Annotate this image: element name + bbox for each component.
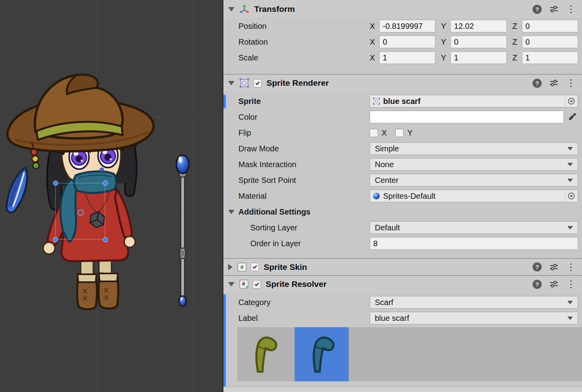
grid-line [193, 0, 194, 392]
selection-handle[interactable] [103, 181, 108, 186]
material-row: Material Sprites-Default [223, 188, 582, 204]
kebab-menu-icon[interactable]: ⋮ [566, 262, 576, 272]
foldout-down-icon[interactable] [228, 7, 234, 11]
scale-label: Scale [238, 53, 370, 62]
flip-label: Flip [238, 128, 370, 138]
mask-interaction-dropdown[interactable]: None [370, 158, 578, 171]
selection-handle[interactable] [103, 237, 108, 242]
kebab-menu-icon[interactable]: ⋮ [566, 78, 576, 88]
sorting-layer-value: Default [375, 223, 400, 232]
scale-x-input[interactable] [379, 51, 435, 64]
help-icon[interactable]: ? [533, 262, 542, 271]
script-hash-glyph: # [242, 281, 245, 287]
inspector-panel: Transform ? ⋮ Position X Y Z Rotation X … [223, 0, 582, 392]
plus-badge-glyph: + [245, 284, 248, 289]
rotation-x-input[interactable] [379, 36, 435, 48]
position-z-input[interactable] [522, 20, 578, 32]
chevron-down-icon [567, 179, 573, 182]
transform-icon [239, 4, 249, 14]
rotation-fields: X Y Z [370, 36, 578, 48]
category-dropdown[interactable]: Scarf [370, 296, 578, 309]
foldout-right-icon[interactable] [228, 264, 232, 270]
sprite-pivot-dot[interactable] [100, 168, 104, 172]
kebab-menu-icon[interactable]: ⋮ [566, 4, 576, 14]
script-hash-glyph: # [240, 264, 244, 270]
mask-interaction-row: Mask Interaction None [223, 156, 582, 172]
material-object-field[interactable]: Sprites-Default [370, 190, 578, 202]
sorting-layer-row: Sorting Layer Default [223, 220, 582, 236]
sorting-layer-label: Sorting Layer [238, 223, 370, 232]
flip-x-checkbox[interactable] [370, 129, 378, 137]
foldout-down-icon[interactable] [228, 81, 234, 85]
pivot-gizmo[interactable] [77, 209, 84, 216]
color-label: Color [238, 113, 370, 122]
sprite-skin-header: # Sprite Skin ? ⋮ [223, 259, 582, 275]
sprite-object-name: blue scarf [383, 97, 420, 106]
help-icon[interactable]: ? [533, 5, 542, 14]
label-dropdown[interactable]: blue scarf [370, 312, 578, 324]
sprite-sort-point-row: Sprite Sort Point Center [223, 172, 582, 188]
rotation-y-input[interactable] [450, 36, 506, 48]
override-indicator-sprite [223, 95, 226, 108]
thumbnail-blue-scarf-selected[interactable] [295, 327, 349, 381]
position-x-input[interactable] [379, 20, 435, 32]
axis-y-label: Y [441, 53, 450, 62]
sprite-resolver-header: #+ Sprite Resolver ? ⋮ [223, 276, 582, 292]
sprite-renderer-icon [239, 78, 249, 88]
rotation-z-input[interactable] [522, 36, 578, 48]
eyedropper-icon[interactable] [566, 111, 578, 123]
sprite-label: Sprite [238, 97, 370, 106]
chevron-down-icon [567, 163, 573, 166]
scale-fields: X Y Z [370, 51, 578, 64]
selection-handle[interactable] [53, 181, 58, 186]
object-picker-icon[interactable] [565, 190, 577, 202]
sprite-renderer-header: Sprite Renderer ? ⋮ [223, 75, 582, 91]
mask-interaction-label: Mask Interaction [238, 160, 370, 169]
foldout-down-icon[interactable] [228, 210, 234, 214]
additional-settings-label: Additional Settings [238, 207, 359, 217]
sprite-sort-point-dropdown[interactable]: Center [370, 174, 578, 187]
presets-icon[interactable] [550, 79, 558, 87]
help-icon[interactable]: ? [533, 79, 542, 88]
color-row: Color [223, 109, 582, 125]
label-label: Label [238, 314, 370, 323]
axis-x-label: X [370, 22, 379, 31]
foldout-down-icon[interactable] [228, 282, 234, 286]
sprite-mini-icon [372, 97, 380, 105]
component-title: Sprite Renderer [266, 78, 329, 88]
enabled-checkbox[interactable] [253, 79, 262, 87]
enabled-checkbox[interactable] [253, 280, 261, 288]
flip-y-checkbox[interactable] [395, 129, 404, 137]
presets-icon[interactable] [550, 264, 558, 271]
position-y-input[interactable] [450, 20, 506, 32]
position-row: Position X Y Z [223, 18, 582, 34]
flip-y-label: Y [407, 128, 412, 138]
kebab-menu-icon[interactable]: ⋮ [566, 279, 576, 289]
scale-z-input[interactable] [522, 51, 578, 64]
sprite-sort-point-value: Center [375, 176, 399, 185]
draw-mode-dropdown[interactable]: Simple [370, 142, 578, 155]
object-picker-icon[interactable] [565, 96, 577, 107]
scene-view[interactable] [0, 0, 223, 392]
sorting-layer-dropdown[interactable]: Default [370, 221, 578, 234]
axis-z-label: Z [512, 22, 522, 31]
enabled-checkbox[interactable] [251, 263, 259, 271]
order-in-layer-input[interactable] [370, 237, 578, 250]
staff-sprite[interactable] [172, 154, 193, 309]
category-label: Category [238, 298, 370, 307]
help-icon[interactable]: ? [533, 280, 542, 289]
axis-z-label: Z [512, 53, 522, 62]
thumbnail-green-scarf[interactable] [237, 327, 291, 381]
presets-icon[interactable] [550, 6, 558, 13]
order-in-layer-label: Order in Layer [238, 239, 370, 248]
rotation-row: Rotation X Y Z [223, 34, 582, 50]
position-label: Position [238, 22, 370, 31]
color-swatch[interactable] [370, 111, 564, 123]
scale-y-input[interactable] [450, 51, 506, 64]
component-title: Transform [254, 4, 295, 14]
selection-handle[interactable] [53, 237, 58, 242]
additional-settings-row: Additional Settings [223, 204, 582, 220]
sprite-object-field[interactable]: blue scarf [370, 95, 578, 107]
presets-icon[interactable] [550, 281, 558, 288]
position-fields: X Y Z [370, 20, 578, 32]
